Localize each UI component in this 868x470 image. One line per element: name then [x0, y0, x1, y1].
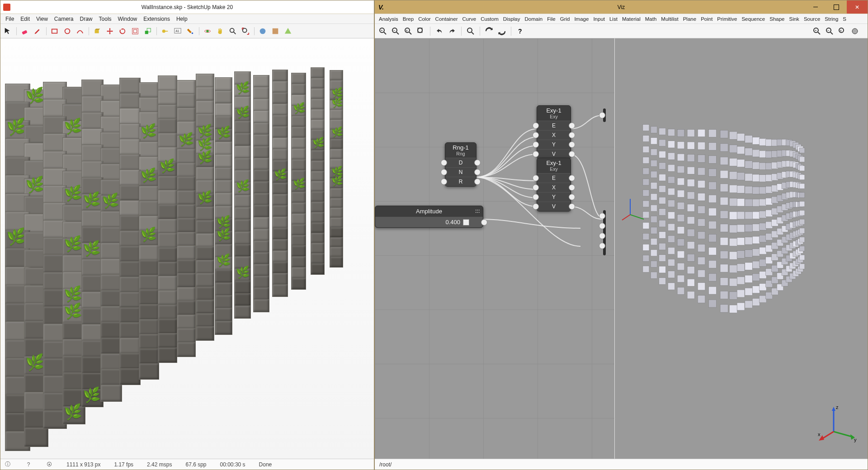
port-row[interactable]: E [537, 173, 571, 183]
node-amplitude[interactable]: Amplitude ▪▪▪▪▪▪ 0.400 [375, 206, 483, 228]
menu-view[interactable]: View [33, 15, 51, 23]
zoom-reset-icon[interactable]: x [403, 26, 414, 37]
menu-tools[interactable]: Tools [96, 15, 115, 23]
menu-material[interactable]: Material [620, 15, 643, 23]
info-icon[interactable]: ⓘ [4, 461, 11, 468]
tape-icon[interactable] [160, 26, 170, 37]
paint-icon[interactable] [185, 26, 196, 37]
geo-icon[interactable]: ⦿ [46, 461, 53, 468]
menu-list[interactable]: List [607, 15, 620, 23]
sketchup-titlebar[interactable]: WallInstance.skp - SketchUp Make 20 [0, 0, 374, 14]
close-button[interactable] [847, 0, 868, 14]
menu-custom[interactable]: Custom [478, 15, 501, 23]
zoom-fit-icon[interactable] [415, 26, 426, 37]
menu-extensions[interactable]: Extensions [140, 15, 173, 23]
view-zoom-in-icon[interactable]: + [811, 26, 822, 37]
viz-node-canvas[interactable]: Rng-1 Rng D N R Exy-1 Exy E X Y V [375, 38, 614, 459]
menu-grid[interactable]: Grid [558, 15, 572, 23]
menu-primitive[interactable]: Primitive [715, 15, 739, 23]
node-rng[interactable]: Rng-1 Rng D N R [445, 142, 476, 187]
viz-titlebar[interactable]: V. Viz [375, 0, 868, 14]
pan-icon[interactable] [215, 26, 226, 37]
menu-s[interactable]: S [840, 15, 849, 23]
eraser-icon[interactable] [19, 26, 30, 37]
pushpull-icon[interactable] [92, 26, 103, 37]
menu-plane[interactable]: Plane [681, 15, 698, 23]
output-terminal[interactable] [603, 108, 606, 122]
offset-icon[interactable] [130, 26, 141, 37]
select-tool-icon[interactable] [2, 26, 13, 37]
menu-string[interactable]: String [822, 15, 840, 23]
plugin1-icon[interactable] [257, 26, 268, 37]
pencil-icon[interactable] [32, 26, 43, 37]
rotate-icon[interactable] [117, 26, 128, 37]
menu-sequence[interactable]: Sequence [739, 15, 767, 23]
plugin3-icon[interactable] [283, 26, 293, 37]
search-icon[interactable] [465, 26, 476, 37]
circle-icon[interactable] [62, 26, 73, 37]
port-row[interactable]: V [537, 149, 571, 159]
maximize-button[interactable] [826, 0, 847, 14]
zoom-extents-icon[interactable] [240, 26, 251, 37]
refresh2-icon[interactable] [496, 26, 507, 37]
output-port[interactable] [481, 219, 487, 226]
port-row[interactable]: N [445, 167, 476, 177]
menu-point[interactable]: Point [698, 15, 715, 23]
redo-icon[interactable] [447, 26, 458, 37]
shade-toggle-icon[interactable] [849, 26, 860, 37]
param-value[interactable]: 0.400 [375, 219, 463, 226]
menu-file[interactable]: File [545, 15, 558, 23]
menu-camera[interactable]: Camera [51, 15, 77, 23]
rectangle-icon[interactable] [49, 26, 60, 37]
sketchup-viewport[interactable]: 🌿🌿🌿🌿🌿🌿🌿🌿🌿🌿🌿🌿🌿🌿🌿🌿🌿🌿🌿🌿🌿🌿🌿🌿🌿🌿🌿🌿🌿🌿🌿🌿🌿🌿🌿🌿🌿🌿🌿🌿… [0, 38, 374, 459]
menu-shape[interactable]: Shape [767, 15, 787, 23]
menu-brep[interactable]: Brep [401, 15, 416, 23]
menu-analysis[interactable]: Analysis [377, 15, 401, 23]
port-row[interactable]: V [537, 202, 571, 211]
port-row[interactable]: R [445, 177, 476, 186]
menu-help[interactable]: Help [173, 15, 191, 23]
zoom-in-icon[interactable]: + [377, 26, 388, 37]
orbit-icon[interactable] [202, 26, 213, 37]
scale-icon[interactable] [142, 26, 153, 37]
move-icon[interactable] [104, 26, 115, 37]
menu-file[interactable]: File [2, 15, 17, 23]
port-row[interactable]: E [537, 121, 571, 130]
menu-curve[interactable]: Curve [460, 15, 478, 23]
menu-window[interactable]: Window [115, 15, 141, 23]
viz-3d-viewport[interactable]: z y x [614, 38, 868, 459]
zoom-out-icon[interactable]: − [390, 26, 401, 37]
menu-domain[interactable]: Domain [523, 15, 545, 23]
menu-edit[interactable]: Edit [17, 15, 33, 23]
text-icon[interactable]: A1 [172, 26, 183, 37]
slider-knob[interactable] [463, 219, 469, 226]
menu-color[interactable]: Color [416, 15, 433, 23]
grip-icon[interactable]: ▪▪▪▪▪▪ [476, 209, 480, 213]
menu-draw[interactable]: Draw [77, 15, 96, 23]
menu-multilist[interactable]: Multilist [659, 15, 680, 23]
port-row[interactable]: D [445, 158, 476, 167]
menu-display[interactable]: Display [501, 15, 523, 23]
zoom-icon[interactable] [227, 26, 238, 37]
port-row[interactable]: X [537, 130, 571, 140]
arc-icon[interactable] [75, 26, 85, 37]
port-row[interactable]: Y [537, 192, 571, 202]
node-exy-top[interactable]: Exy-1 Exy E X Y V [537, 105, 571, 159]
undo-icon[interactable] [434, 26, 445, 37]
node-exy-bottom[interactable]: Exy-1 Exy E X Y V [537, 158, 571, 212]
menu-image[interactable]: Image [572, 15, 591, 23]
menu-input[interactable]: Input [591, 15, 607, 23]
help-icon[interactable]: ? [515, 26, 526, 37]
view-zoom-reset-icon[interactable]: x [837, 26, 848, 37]
port-row[interactable]: X [537, 183, 571, 192]
menu-container[interactable]: Container [433, 15, 460, 23]
port-row[interactable]: Y [537, 140, 571, 149]
minimize-button[interactable] [805, 0, 826, 14]
plugin2-icon[interactable] [270, 26, 281, 37]
menu-math[interactable]: Math [643, 15, 659, 23]
refresh1-icon[interactable] [484, 26, 495, 37]
view-zoom-out-icon[interactable]: − [824, 26, 835, 37]
output-terminal[interactable] [603, 210, 606, 255]
menu-source[interactable]: Source [802, 15, 822, 23]
help-icon[interactable]: ? [25, 461, 32, 468]
